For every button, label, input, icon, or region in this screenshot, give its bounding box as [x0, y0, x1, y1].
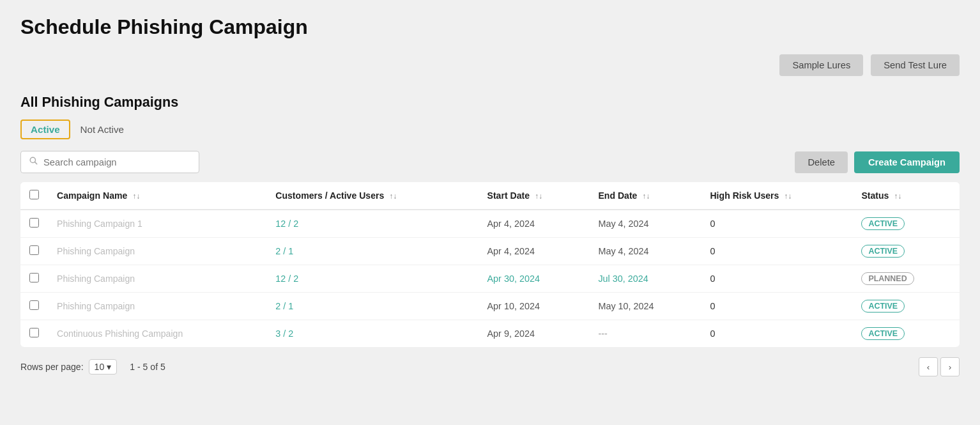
select-all-checkbox[interactable] — [29, 190, 39, 199]
tabs: Active Not Active — [20, 120, 960, 139]
status-badge: ACTIVE — [861, 245, 905, 258]
row-high-risk: 0 — [701, 293, 852, 320]
row-customers: 3 / 2 — [266, 320, 478, 348]
row-start-date: Apr 30, 2024 — [479, 265, 590, 293]
row-high-risk: 0 — [701, 320, 852, 348]
row-start-date: Apr 4, 2024 — [479, 210, 590, 238]
send-test-lure-button[interactable]: Send Test Lure — [871, 54, 960, 76]
rows-per-page-label: Rows per page: — [20, 362, 84, 372]
sort-icon-name[interactable]: ↑↓ — [132, 192, 140, 201]
row-checkbox[interactable] — [29, 328, 39, 337]
row-checkbox-cell — [20, 293, 48, 320]
row-checkbox-cell — [20, 210, 48, 238]
row-checkbox[interactable] — [29, 300, 39, 310]
row-customers: 12 / 2 — [266, 265, 478, 293]
table-row: Continuous Phishing Campaign3 / 2Apr 9, … — [20, 320, 960, 348]
row-campaign-name: Phishing Campaign 1 — [48, 210, 266, 238]
row-status: ACTIVE — [852, 210, 960, 238]
select-all-header[interactable] — [20, 182, 48, 210]
rows-per-page-value: 10 — [95, 362, 105, 372]
row-campaign-name: Phishing Campaign — [48, 238, 266, 265]
row-high-risk: 0 — [701, 238, 852, 265]
row-end-date: May 10, 2024 — [589, 293, 701, 320]
footer-left: Rows per page: 10 ▾ 1 - 5 of 5 — [20, 359, 165, 375]
next-page-button[interactable]: › — [940, 357, 960, 376]
col-customers: Customers / Active Users ↑↓ — [266, 182, 478, 210]
table-row: Phishing Campaign 112 / 2Apr 4, 2024May … — [20, 210, 960, 238]
row-campaign-name: Continuous Phishing Campaign — [48, 320, 266, 348]
table-footer: Rows per page: 10 ▾ 1 - 5 of 5 ‹ › — [20, 357, 960, 376]
table-row: Phishing Campaign2 / 1Apr 10, 2024May 10… — [20, 293, 960, 320]
page-title: Schedule Phishing Campaign — [20, 15, 960, 39]
pagination-info: 1 - 5 of 5 — [130, 362, 165, 372]
col-status: Status ↑↓ — [852, 182, 960, 210]
toolbar: Delete Create Campaign — [20, 151, 960, 173]
row-end-date: May 4, 2024 — [589, 210, 701, 238]
sort-icon-start-date[interactable]: ↑↓ — [535, 192, 542, 201]
row-start-date: Apr 4, 2024 — [479, 238, 590, 265]
sort-icon-customers[interactable]: ↑↓ — [389, 192, 397, 201]
col-name: Campaign Name ↑↓ — [48, 182, 266, 210]
row-checkbox[interactable] — [29, 245, 39, 255]
row-status: ACTIVE — [852, 238, 960, 265]
row-status: PLANNED — [852, 265, 960, 293]
tab-not-active[interactable]: Not Active — [70, 120, 134, 139]
row-checkbox-cell — [20, 265, 48, 293]
row-campaign-name: Phishing Campaign — [48, 265, 266, 293]
status-badge: ACTIVE — [861, 300, 905, 313]
toolbar-right: Delete Create Campaign — [795, 151, 960, 173]
status-badge: ACTIVE — [861, 327, 905, 340]
col-end-date: End Date ↑↓ — [589, 182, 701, 210]
status-badge: PLANNED — [861, 272, 914, 285]
row-end-date: --- — [589, 320, 701, 348]
sort-icon-status[interactable]: ↑↓ — [894, 192, 901, 201]
pagination-arrows: ‹ › — [919, 357, 960, 376]
row-customers: 2 / 1 — [266, 238, 478, 265]
row-end-date: May 4, 2024 — [589, 238, 701, 265]
search-input[interactable] — [43, 157, 191, 167]
row-checkbox-cell — [20, 238, 48, 265]
row-campaign-name: Phishing Campaign — [48, 293, 266, 320]
row-status: ACTIVE — [852, 293, 960, 320]
col-start-date: Start Date ↑↓ — [479, 182, 590, 210]
table-row: Phishing Campaign12 / 2Apr 30, 2024Jul 3… — [20, 265, 960, 293]
row-checkbox[interactable] — [29, 218, 39, 228]
row-end-date: Jul 30, 2024 — [589, 265, 701, 293]
campaigns-table: Campaign Name ↑↓ Customers / Active User… — [20, 182, 960, 347]
row-customers: 2 / 1 — [266, 293, 478, 320]
top-actions: Sample Lures Send Test Lure — [20, 54, 960, 76]
create-campaign-button[interactable]: Create Campaign — [854, 151, 960, 173]
table-row: Phishing Campaign2 / 1Apr 4, 2024May 4, … — [20, 238, 960, 265]
row-high-risk: 0 — [701, 265, 852, 293]
row-checkbox-cell — [20, 320, 48, 348]
rows-per-page: Rows per page: 10 ▾ — [20, 359, 117, 375]
delete-button[interactable]: Delete — [795, 151, 848, 173]
row-checkbox[interactable] — [29, 273, 39, 282]
row-start-date: Apr 9, 2024 — [479, 320, 590, 348]
section-title: All Phishing Campaigns — [20, 94, 960, 111]
col-high-risk: High Risk Users ↑↓ — [701, 182, 852, 210]
row-status: ACTIVE — [852, 320, 960, 348]
status-badge: ACTIVE — [861, 217, 905, 230]
table-header-row: Campaign Name ↑↓ Customers / Active User… — [20, 182, 960, 210]
prev-page-button[interactable]: ‹ — [919, 357, 938, 376]
rows-per-page-select[interactable]: 10 ▾ — [89, 359, 118, 375]
row-customers: 12 / 2 — [266, 210, 478, 238]
row-high-risk: 0 — [701, 210, 852, 238]
search-icon — [29, 156, 38, 168]
sort-icon-high-risk[interactable]: ↑↓ — [784, 192, 792, 201]
tab-active[interactable]: Active — [20, 120, 70, 139]
sort-icon-end-date[interactable]: ↑↓ — [642, 192, 650, 201]
chevron-down-icon: ▾ — [107, 362, 111, 372]
row-start-date: Apr 10, 2024 — [479, 293, 590, 320]
search-box[interactable] — [20, 151, 199, 173]
sample-lures-button[interactable]: Sample Lures — [779, 54, 863, 76]
svg-line-1 — [34, 162, 36, 164]
